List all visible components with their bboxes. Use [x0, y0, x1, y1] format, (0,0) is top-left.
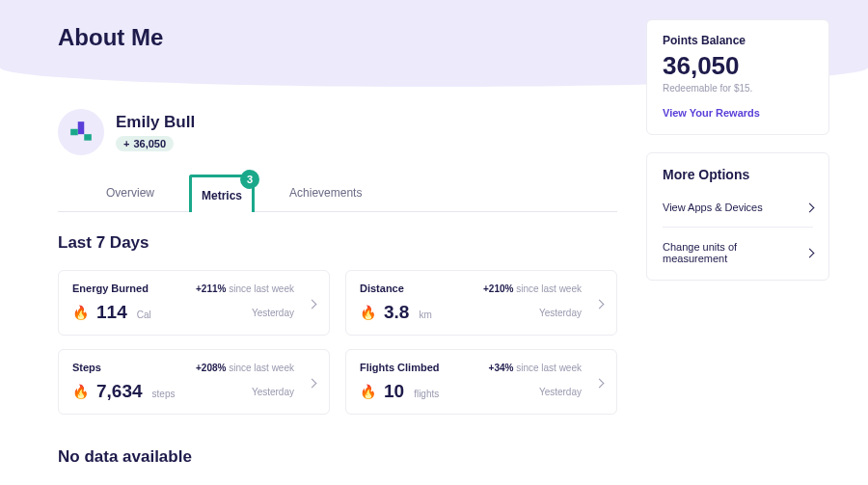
metric-card-flights[interactable]: Flights Climbed +34% since last week 🔥 1… [345, 349, 617, 415]
metric-card-distance[interactable]: Distance +210% since last week 🔥 3.8 km … [345, 270, 617, 336]
metric-unit: km [419, 310, 431, 320]
more-options-label: More Options [663, 167, 813, 182]
chevron-right-icon [596, 373, 603, 391]
svg-rect-2 [84, 134, 92, 141]
last7-heading: Last 7 Days [58, 233, 617, 253]
profile-header: Emily Bull + 36,050 [58, 109, 617, 155]
tab-metrics[interactable]: Metrics 3 [189, 175, 255, 212]
metric-value: 10 [384, 381, 404, 402]
fire-icon: 🔥 [360, 384, 376, 399]
chevron-right-icon [309, 373, 315, 391]
metric-title: Distance [360, 283, 475, 294]
tab-bar: Overview Metrics 3 Achievements [58, 175, 617, 212]
metric-delta: +211% since last week [196, 283, 294, 294]
option-view-apps-label: View Apps & Devices [663, 202, 763, 213]
metric-delta: +210% since last week [483, 283, 582, 294]
metric-timeref: Yesterday [489, 387, 582, 397]
page-title: About Me [58, 24, 617, 51]
tab-metrics-badge: 3 [240, 170, 259, 189]
metric-timeref: Yesterday [196, 308, 294, 318]
more-options-card: More Options View Apps & Devices Change … [646, 152, 829, 281]
points-pill: + 36,050 [116, 136, 174, 151]
points-pill-prefix: + [123, 138, 129, 149]
svg-rect-0 [78, 121, 85, 134]
metric-value: 114 [96, 302, 127, 323]
metric-card-energy[interactable]: Energy Burned +211% since last week 🔥 11… [58, 270, 330, 336]
metric-title: Flights Climbed [360, 362, 481, 373]
points-redeem-note: Redeemable for $15. [663, 83, 813, 94]
metric-timeref: Yesterday [483, 308, 582, 318]
tab-overview[interactable]: Overview [96, 175, 164, 211]
avatar [58, 109, 104, 155]
fire-icon: 🔥 [72, 305, 89, 320]
chevron-right-icon [596, 294, 603, 311]
metric-grid: Energy Burned +211% since last week 🔥 11… [58, 270, 617, 415]
metric-unit: steps [152, 389, 176, 399]
metric-value: 3.8 [384, 302, 409, 323]
metric-delta: +208% since last week [196, 363, 294, 373]
metric-delta: +34% since last week [489, 363, 582, 373]
fire-icon: 🔥 [360, 305, 376, 320]
metric-unit: Cal [137, 310, 151, 320]
chevron-right-icon [805, 202, 815, 212]
points-balance-card: Points Balance 36,050 Redeemable for $15… [646, 19, 829, 135]
view-rewards-link[interactable]: View Your Rewards [663, 107, 760, 119]
no-data-heading: No data available [58, 447, 617, 467]
points-pill-value: 36,050 [133, 138, 166, 149]
chevron-right-icon [805, 248, 815, 257]
option-change-units-label: Change units of measurement [663, 241, 778, 264]
logo-icon [68, 120, 94, 145]
metric-title: Steps [72, 362, 188, 373]
tab-metrics-label: Metrics [202, 189, 242, 202]
profile-name: Emily Bull [116, 113, 195, 132]
metric-card-steps[interactable]: Steps +208% since last week 🔥 7,634 step… [58, 349, 330, 415]
tab-achievements[interactable]: Achievements [280, 175, 371, 211]
svg-rect-1 [70, 129, 78, 136]
metric-title: Energy Burned [72, 283, 188, 294]
metric-unit: flights [414, 389, 439, 399]
points-balance-value: 36,050 [663, 51, 813, 81]
metric-timeref: Yesterday [196, 387, 294, 397]
fire-icon: 🔥 [72, 384, 89, 399]
option-change-units[interactable]: Change units of measurement [663, 227, 813, 278]
option-view-apps[interactable]: View Apps & Devices [663, 188, 813, 227]
chevron-right-icon [309, 294, 315, 311]
metric-value: 7,634 [96, 381, 143, 402]
points-balance-label: Points Balance [663, 34, 813, 47]
